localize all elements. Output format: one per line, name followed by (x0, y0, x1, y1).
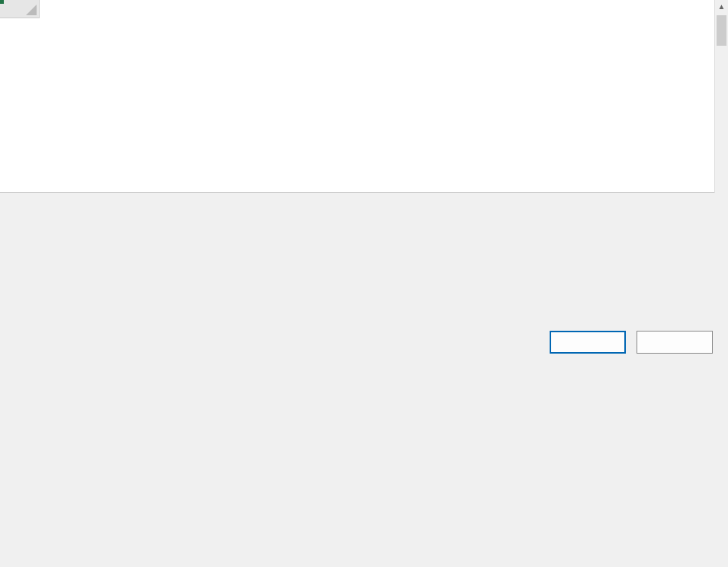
function-description (0, 242, 728, 257)
calc-result-row (0, 282, 728, 325)
select-all-corner[interactable] (0, 0, 40, 18)
scroll-up-arrow[interactable]: ▲ (715, 0, 728, 14)
scroll-thumb[interactable] (717, 15, 726, 46)
function-name (0, 205, 728, 219)
cancel-button[interactable] (637, 331, 713, 354)
ok-button[interactable] (550, 331, 626, 354)
argument-description (0, 257, 728, 282)
spreadsheet: ▲ (0, 0, 728, 193)
function-arguments-dialog (0, 193, 728, 567)
vertical-scrollbar[interactable]: ▲ (714, 0, 728, 193)
svg-marker-0 (26, 5, 37, 15)
